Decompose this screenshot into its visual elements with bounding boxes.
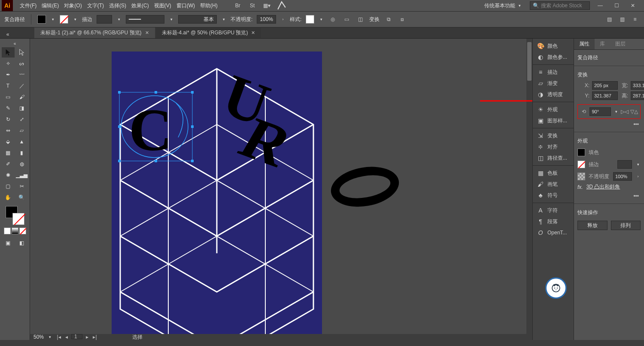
stroke-swatch[interactable] [60,15,68,24]
width-field[interactable]: 333.105 [631,81,644,90]
rotate-tool[interactable]: ↻ [2,114,15,124]
dock-item-align[interactable]: ≑对齐 [533,141,574,152]
direct-selection-tool[interactable] [15,47,28,58]
color-mode[interactable] [4,228,11,234]
flip-horizontal-icon[interactable]: ▷◁ [621,108,628,115]
isolate2-icon[interactable]: ⧈ [398,15,407,24]
slice-tool[interactable]: ✂ [15,181,28,191]
chevron-down-icon[interactable]: ▾ [73,17,78,22]
chevron-down-icon[interactable]: ▾ [116,17,122,22]
recolor-icon[interactable]: ◎ [328,15,337,24]
close-tab-icon[interactable]: ✕ [145,30,149,36]
hand-tool[interactable]: ✋ [2,192,15,203]
fill-swatch-small[interactable] [577,149,585,156]
dock-item-transform[interactable]: ⇲变换 [533,130,574,141]
chevron-down-icon[interactable]: ▾ [169,17,174,22]
document-tab[interactable]: 未标题-4.ai* @ 50% (RGB/GPU 预览) ✕ [156,27,261,38]
first-artboard-icon[interactable]: |◂ [56,334,62,340]
gradient-mode[interactable] [12,228,18,234]
stroke-label[interactable]: 描边 [82,16,92,23]
dock-item-color[interactable]: 🎨颜色 [533,40,574,52]
panel-tab-properties[interactable]: 属性 [574,39,595,49]
menu-object[interactable]: 对象(O) [61,2,84,9]
eyedropper-tool[interactable]: ✐ [2,159,15,169]
menu-help[interactable]: 帮助(H) [197,2,220,9]
stroke-weight-small[interactable] [617,160,632,169]
chevron-down-icon[interactable]: ▾ [221,17,226,22]
lasso-tool[interactable]: ᔕ [15,58,28,69]
selection-tool[interactable] [2,47,15,58]
style-label[interactable]: 样式: [290,16,301,23]
ctrl-opt2-icon[interactable]: ▥ [617,15,627,24]
dock-item-appearance[interactable]: ☀外观 [533,104,574,115]
window-close[interactable]: ✕ [627,2,639,9]
close-tab-icon[interactable]: ✕ [251,30,255,36]
curvature-tool[interactable]: 〰 [15,70,28,80]
ctrl-opt1-icon[interactable]: ▤ [605,15,614,24]
blend-tool[interactable]: ◍ [15,159,28,169]
pen-tool[interactable]: ✒ [2,70,15,80]
transform-label[interactable]: 变换 [369,16,380,23]
canvas[interactable]: U R C [30,39,532,340]
opacity-arrow[interactable]: › [635,174,641,179]
mesh-tool[interactable]: ▦ [2,148,15,158]
opacity-label[interactable]: 不透明度: [231,16,252,23]
dock-item-character[interactable]: A字符 [533,205,574,216]
symbol-sprayer-tool[interactable]: ✺ [2,170,15,180]
ctrl-menu-icon[interactable]: ≡ [630,15,640,24]
dock-item-graphicstyles[interactable]: ▣图形样... [533,115,574,126]
y-field[interactable]: 321.387 [592,91,618,100]
reference-point[interactable] [577,81,578,91]
window-restore[interactable]: ☐ [611,2,623,9]
chevron-down-icon[interactable]: ▾ [635,162,641,167]
next-artboard-icon[interactable]: ▸ [84,334,90,340]
eraser-tool[interactable]: ◨ [15,103,28,113]
align-icon[interactable]: ▭ [342,15,351,24]
flip-vertical-icon[interactable]: ▽△ [631,108,638,115]
bridge-icon[interactable]: Br [233,1,243,10]
menu-select[interactable]: 选择(S) [106,2,129,9]
menu-edit[interactable]: 编辑(E) [39,2,61,9]
menu-window[interactable]: 窗口(W) [174,2,197,9]
rotation-field[interactable]: 90° [589,107,611,116]
search-adobe-stock[interactable]: 🔍 搜索 Adobe Stock [530,1,590,10]
more-options-icon[interactable]: ••• [632,192,641,200]
prev-artboard-icon[interactable]: ◂ [64,334,70,340]
column-graph-tool[interactable]: ▁▃▅ [15,170,28,180]
dock-item-symbols[interactable]: ♣符号 [533,190,574,201]
shape-icon[interactable]: ◫ [355,15,365,24]
dock-item-swatches[interactable]: ▦色板 [533,167,574,179]
free-transform-tool[interactable]: ▱ [15,125,28,136]
gradient-tool[interactable]: ▮ [15,148,28,158]
brush-def[interactable]: 基本 [178,15,217,24]
chevron-down-icon[interactable]: ▾ [614,109,619,114]
height-field[interactable]: 287.183 [631,91,644,100]
arrange-button[interactable]: 排列 [611,221,641,230]
menu-effect[interactable]: 效果(C) [129,2,152,9]
release-button[interactable]: 释放 [577,221,608,230]
shaper-tool[interactable]: ✎ [2,103,15,113]
fx-name[interactable]: 3D 凸出和斜角 [586,183,620,191]
dock-item-paragraph[interactable]: ¶段落 [533,216,574,227]
panel-tab-layers[interactable]: 图层 [610,39,631,49]
opacity-swatch[interactable] [577,173,585,180]
dock-item-brushes[interactable]: 🖌画笔 [533,179,574,190]
menu-view[interactable]: 视图(V) [152,2,174,9]
type-tool[interactable]: T [2,81,15,91]
dock-item-colorguide[interactable]: ◐颜色参... [533,52,574,63]
dock-item-opentype[interactable]: OOpenT... [533,227,574,238]
shape-builder-tool[interactable]: ⬙ [2,137,15,147]
opacity-field-small[interactable]: 100% [613,172,632,181]
rectangle-tool[interactable]: ▭ [2,92,15,102]
artboard-nav-field[interactable]: 1 [71,334,82,339]
x-field[interactable]: 205 px [592,81,618,90]
chevron-down-icon[interactable]: ▾ [319,17,324,22]
panel-tab-libraries[interactable]: 库 [595,39,610,49]
isolate-icon[interactable]: ⧉ [384,15,393,24]
dock-item-stroke[interactable]: ≡描边 [533,67,574,78]
fill-swatch[interactable] [37,15,46,24]
fill-stroke-control[interactable] [5,205,25,226]
none-mode[interactable] [19,228,26,234]
perspective-tool[interactable]: ▲ [15,137,28,147]
opacity-field[interactable]: 100% [257,15,276,24]
